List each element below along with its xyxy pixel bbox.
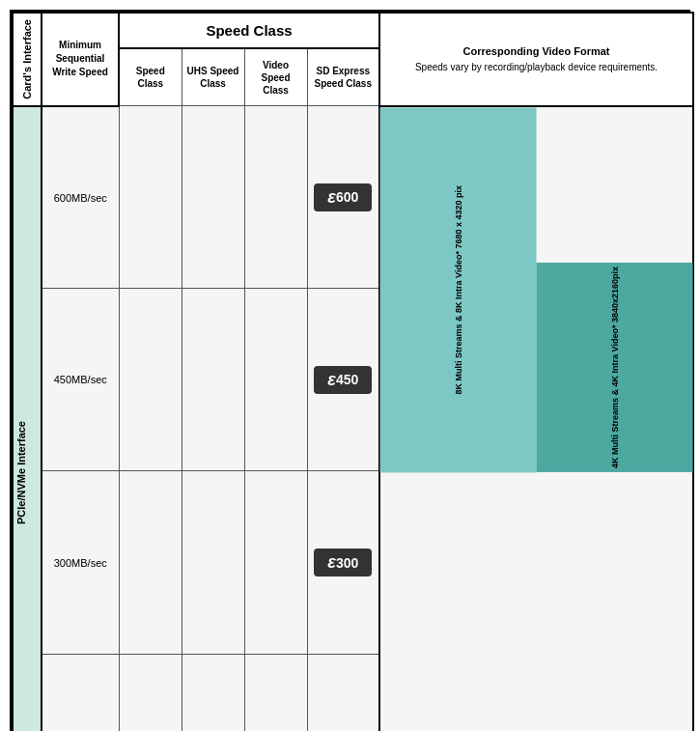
speed-class-sub-header: Speed Class	[119, 48, 182, 106]
video-speed-150	[244, 654, 307, 731]
sdex-450: ε 450	[307, 289, 379, 471]
write-450: 450MB/sec	[42, 289, 119, 471]
uhs-600	[182, 106, 244, 289]
corresponding-video-header: Corresponding Video Format Speeds vary b…	[379, 13, 693, 106]
video-speed-600	[244, 106, 307, 289]
pcie-interface-label: PCIe/NVMe Interface	[13, 106, 42, 731]
4k-multi-pcie-label: 4K Multi Streams & 4K Intra Video* 3840x…	[537, 263, 693, 472]
speed-class-600	[119, 106, 182, 289]
min-write-header: Minimum Sequential Write Speed	[42, 13, 119, 106]
sdex-speed-class-header: SD Express Speed Class	[307, 48, 379, 106]
sdex-150: ε 150	[307, 654, 379, 731]
uhs-300	[182, 471, 244, 654]
sdex-600: ε 600	[307, 106, 379, 289]
speed-class-table: Card's Interface Minimum Sequential Writ…	[10, 10, 690, 731]
video-speed-300	[244, 471, 307, 654]
cards-interface-header: Card's Interface	[13, 13, 42, 106]
write-600: 600MB/sec	[42, 106, 119, 289]
write-300: 300MB/sec	[42, 471, 119, 654]
speed-class-450	[119, 289, 182, 471]
sdex-300: ε 300	[307, 471, 379, 654]
video-format-pcie: 8K Multi Streams & 8K Intra Video* 7680 …	[379, 106, 693, 731]
pcie-row-600: PCIe/NVMe Interface 600MB/sec ε 600	[13, 106, 693, 289]
speed-class-300	[119, 471, 182, 654]
uhs-speed-class-header: UHS Speed Class	[182, 48, 244, 106]
video-speed-class-header: Video Speed Class	[244, 48, 307, 106]
speed-class-main-header: Speed Class	[119, 13, 379, 48]
uhs-150	[182, 654, 244, 731]
speed-class-150	[119, 654, 182, 731]
8k-multi-pcie-label: 8K Multi Streams & 8K Intra Video* 7680 …	[380, 107, 537, 472]
video-speed-450	[244, 289, 307, 471]
uhs-450	[182, 289, 244, 471]
write-150: 150MB/sec	[42, 654, 119, 731]
